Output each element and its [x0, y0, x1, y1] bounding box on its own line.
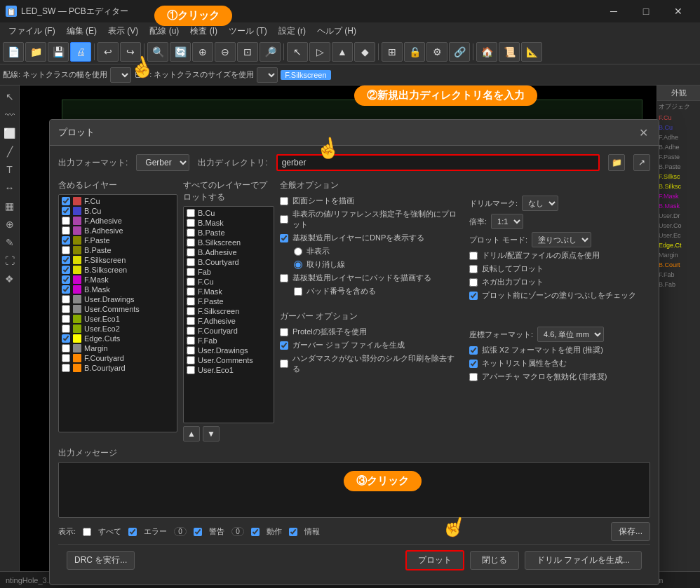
undo-button[interactable]: ↩ [97, 42, 119, 62]
opt-pad-number[interactable]: パッド番号を含める [280, 286, 461, 296]
layer-fcu[interactable]: F.Cu [60, 196, 175, 206]
log-all-checkbox[interactable] [83, 528, 91, 536]
menu-settings[interactable]: 設定 (r) [273, 24, 311, 39]
new-button[interactable]: 📄 [3, 42, 24, 62]
menu-edit[interactable]: 編集 (E) [61, 24, 102, 39]
all-layer-bmask[interactable]: B.Mask [185, 218, 272, 228]
sidebar-draw-line[interactable]: ╱ [1, 143, 18, 160]
net-button[interactable]: 🔗 [449, 42, 470, 62]
drill-files-button[interactable]: ドリル ファイルを生成... [525, 551, 642, 570]
right-panel-item-6[interactable]: B.Paste [657, 162, 700, 172]
coord-format-select[interactable]: 4.6, 単位 mm [537, 327, 604, 342]
dialog-close-button[interactable]: ✕ [636, 125, 650, 139]
sidebar-add-footprint[interactable]: ⬜ [1, 125, 18, 142]
move-up-button[interactable]: ▲ [183, 426, 200, 442]
log-warnings-checkbox[interactable] [194, 528, 202, 536]
opt-force-ref[interactable]: 非表示の値/リファレンス指定子を強制的にプロット [280, 209, 461, 230]
layer-edgecuts[interactable]: Edge.Cuts [60, 334, 175, 343]
sidebar-tool4[interactable]: ❖ [1, 271, 18, 287]
save-button[interactable]: 💾 [48, 42, 69, 62]
all-layer-fcu[interactable]: F.Cu [185, 277, 272, 287]
right-panel-item-14[interactable]: Edge.Ct [657, 240, 700, 250]
right-panel-item-5[interactable]: F.Paste [657, 152, 700, 162]
output-dir-input[interactable] [276, 154, 600, 171]
menu-view[interactable]: 表示 (V) [102, 24, 144, 39]
redo-button[interactable]: ↪ [120, 42, 141, 62]
zoom-fit-button[interactable]: ⊡ [237, 42, 258, 62]
right-panel-item-10[interactable]: B.Mask [657, 201, 700, 211]
open-button[interactable]: 📁 [25, 42, 46, 62]
maximize-button[interactable]: □ [630, 0, 662, 22]
all-layer-fcourtyard[interactable]: F.Courtyard [185, 326, 272, 336]
all-layer-ffab[interactable]: F.Fab [185, 336, 272, 346]
right-panel-item-8[interactable]: B.Silksc [657, 182, 700, 191]
close-button[interactable]: ✕ [662, 0, 694, 22]
tool-1[interactable]: ↖ [287, 42, 308, 62]
plot-mode-select[interactable]: 塗りつぶし [532, 232, 591, 247]
right-panel-item-18[interactable]: B.Fab [657, 280, 700, 289]
drill-marks-select[interactable]: なし [522, 196, 558, 211]
log-info-checkbox[interactable] [289, 528, 297, 536]
layer-badhesive[interactable]: B.Adhesive [60, 226, 175, 235]
right-panel-item-13[interactable]: User.Ec [657, 231, 700, 240]
layer-usereco2[interactable]: User.Eco2 [60, 324, 175, 334]
layer-bmask[interactable]: B.Mask [60, 285, 175, 294]
opt-disable-aperture[interactable]: アパーチャ マクロを無効化 (非推奨) [469, 371, 650, 382]
zoom-area-button[interactable]: 🔎 [260, 42, 281, 62]
layer-fsilkscreen[interactable]: F.Silkscreen [60, 255, 175, 265]
sidebar-zone[interactable]: ▦ [1, 198, 18, 214]
3d-button[interactable]: 🏠 [476, 42, 497, 62]
sidebar-route[interactable]: 〰 [1, 107, 18, 123]
layer-usereco1[interactable]: User.Eco1 [60, 314, 175, 324]
right-panel-item-2[interactable]: B.Cu [657, 123, 700, 132]
all-layer-userdrawings[interactable]: User.Drawings [185, 346, 272, 355]
log-errors-checkbox[interactable] [128, 528, 137, 536]
sidebar-tool1[interactable]: ⊕ [1, 216, 18, 233]
all-layer-bcourtyard[interactable]: B.Courtyard [185, 257, 272, 267]
tool-4[interactable]: ◆ [354, 42, 375, 62]
sidebar-tool2[interactable]: ✎ [1, 234, 18, 251]
opt-pad-fab[interactable]: 基板製造用レイヤーにパッドを描画する [280, 273, 461, 283]
all-layer-bsilkscreen[interactable]: B.Silkscreen [185, 238, 272, 247]
save-log-button[interactable]: 保存... [611, 522, 650, 541]
menu-file[interactable]: ファイル (F) [3, 24, 61, 39]
opt-dnp-hide[interactable]: 非表示 [280, 246, 461, 257]
layer-bsilkscreen[interactable]: B.Silkscreen [60, 265, 175, 275]
log-actions-checkbox[interactable] [251, 528, 260, 536]
refresh-button[interactable]: 🔄 [170, 42, 191, 62]
zoom-in-button[interactable]: ⊕ [192, 42, 213, 62]
menu-help[interactable]: ヘルプ (H) [311, 24, 362, 39]
close-dialog-button[interactable]: 閉じる [470, 551, 519, 570]
layer-fmask[interactable]: F.Mask [60, 275, 175, 285]
right-panel-item-4[interactable]: B.Adhe [657, 142, 700, 152]
grid-button[interactable]: ⊞ [382, 42, 403, 62]
menu-tools[interactable]: ツール (T) [223, 24, 273, 39]
right-panel-item-15[interactable]: Margin [657, 250, 700, 260]
opt-netlist-attrs[interactable]: ネットリスト属性を含む [469, 358, 650, 369]
plot-button[interactable]: プロット [405, 550, 464, 570]
all-layer-bpaste[interactable]: B.Paste [185, 228, 272, 238]
minimize-button[interactable]: ─ [598, 0, 630, 22]
drc-button[interactable]: ⚙ [426, 42, 447, 62]
right-panel-item-16[interactable]: B.Court [657, 260, 700, 270]
right-panel-item-7[interactable]: F.Silksc [657, 172, 700, 182]
opt-draw-sheet[interactable]: 図面シートを描画 [280, 196, 461, 206]
layer-usercomments[interactable]: User.Comments [60, 304, 175, 314]
layer-fpaste[interactable]: F.Paste [60, 235, 175, 245]
search-button[interactable]: 🔍 [147, 42, 168, 62]
drc-run-button[interactable]: DRC を実行... [67, 551, 135, 570]
right-panel-item-17[interactable]: F.Fab [657, 270, 700, 280]
right-panel-item-12[interactable]: User.Co [657, 221, 700, 231]
tool-3[interactable]: ▲ [332, 42, 353, 62]
print-button[interactable]: 🖨 [70, 42, 91, 62]
zoom-out-button[interactable]: ⊖ [215, 42, 236, 62]
all-layer-fpaste[interactable]: F.Paste [185, 296, 272, 306]
all-layer-usereco1[interactable]: User.Eco1 [185, 365, 272, 375]
move-down-button[interactable]: ▼ [203, 426, 220, 442]
sidebar-text[interactable]: T [1, 161, 18, 178]
right-panel-item-9[interactable]: F.Mask [657, 191, 700, 201]
right-panel-item-1[interactable]: F.Cu [657, 113, 700, 123]
sidebar-tool3[interactable]: ⛶ [1, 252, 18, 269]
opt-drill-origin[interactable]: ドリル/配置ファイルの原点を使用 [469, 250, 650, 261]
layer-fcourtyard[interactable]: F.Courtyard [60, 353, 175, 363]
